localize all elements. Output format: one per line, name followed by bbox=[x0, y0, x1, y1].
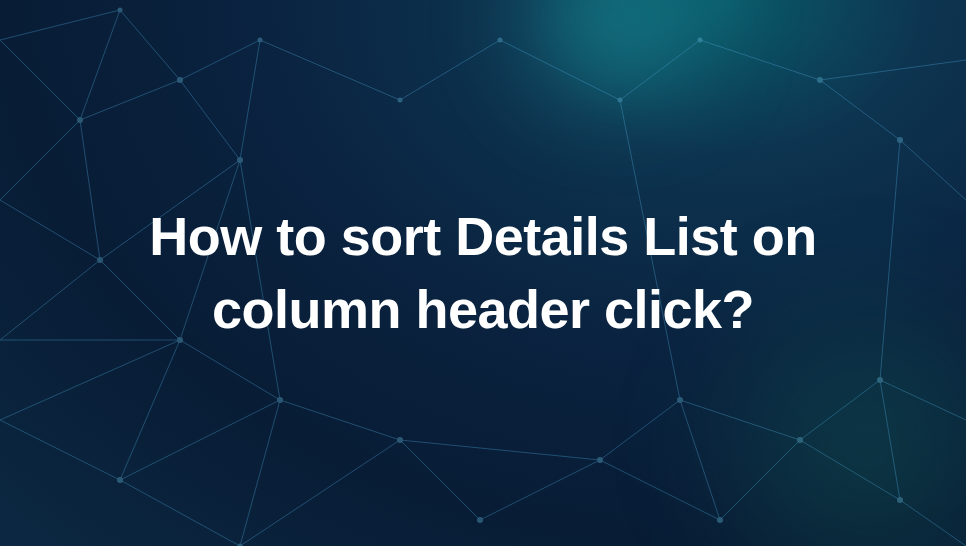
title-container: How to sort Details List on column heade… bbox=[0, 0, 966, 546]
page-title: How to sort Details List on column heade… bbox=[60, 200, 906, 346]
